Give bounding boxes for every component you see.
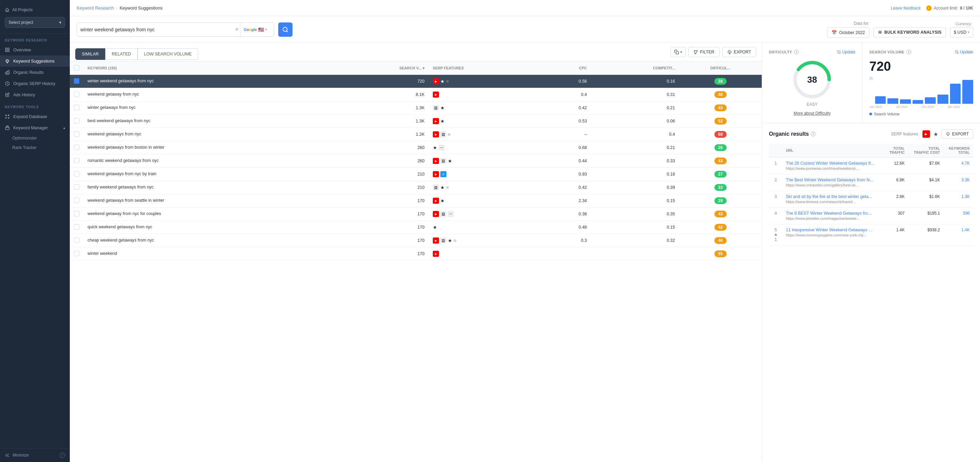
column-search-volume[interactable]: SEARCH V... ▾: [331, 62, 429, 75]
organic-keywords-cell[interactable]: 4.7K: [943, 157, 973, 174]
search-volume-cell: 210: [331, 168, 429, 181]
organic-info-icon[interactable]: i: [811, 132, 816, 137]
bar-item: [888, 76, 898, 104]
search-volume-cell: 170: [331, 247, 429, 260]
organic-url-title[interactable]: The 9 BEST Winter Weekend Getaways from …: [786, 211, 875, 216]
sidebar-item-organic-serp-history[interactable]: Organic SERP History: [0, 78, 70, 89]
select-all-checkbox-header[interactable]: [70, 62, 83, 75]
row-checkbox[interactable]: [70, 247, 83, 260]
column-difficulty[interactable]: DIFFICUL...: [679, 62, 762, 75]
organic-export-button[interactable]: EXPORT: [942, 129, 973, 139]
search-button[interactable]: [278, 22, 293, 37]
search-volume-cell: 1.3K: [331, 115, 429, 128]
row-checkbox[interactable]: [70, 154, 83, 168]
sidebar-item-ads-history[interactable]: Ads History: [0, 89, 70, 100]
table-row[interactable]: weekend getaways from nyc 1.2K ▶🖼≡ – 0.4…: [70, 128, 762, 141]
breadcrumb-root[interactable]: Keyword Research: [76, 5, 114, 11]
search-volume-info-icon[interactable]: i: [907, 50, 911, 54]
serp-features-cell: ★•••: [429, 141, 543, 154]
leave-feedback-link[interactable]: Leave feedback: [891, 6, 921, 11]
project-select[interactable]: Select project ▾: [5, 17, 65, 28]
sidebar-item-expand-database[interactable]: Expand Database: [0, 111, 70, 122]
column-cpc[interactable]: CPC: [543, 62, 591, 75]
copy-button[interactable]: ▾: [670, 47, 686, 57]
row-checkbox[interactable]: [70, 115, 83, 128]
sidebar-sub-item-optinmonster[interactable]: Optinmonster: [0, 133, 70, 143]
difficulty-info-icon[interactable]: i: [794, 50, 799, 54]
row-checkbox[interactable]: [70, 234, 83, 247]
table-row[interactable]: family weekend getaways from nyc 210 🖼★≡…: [70, 181, 762, 194]
difficulty-cell: 52: [679, 115, 762, 128]
row-checkbox[interactable]: [70, 194, 83, 208]
table-row[interactable]: winter weekend 170 ▶ 55: [70, 247, 762, 260]
table-row[interactable]: weekend getaways from boston in winter 2…: [70, 141, 762, 154]
search-volume-update-link[interactable]: Update: [955, 50, 973, 54]
search-engine-selector[interactable]: Google 🇺🇸 ▾: [240, 23, 270, 37]
table-row[interactable]: weekend getaway from nyc for couples 170…: [70, 208, 762, 221]
table-row[interactable]: winter weekend getaways from nyc 720 ▶★≡…: [70, 75, 762, 88]
table-row[interactable]: weekend getaway from nyc 8.1K ▶ 0.4 0.31…: [70, 88, 762, 102]
filter-button[interactable]: FILTER: [689, 47, 719, 57]
tab-similar[interactable]: SIMILAR: [75, 48, 105, 60]
difficulty-cell: 43: [679, 154, 762, 168]
date-selector-button[interactable]: 📅 October 2022: [827, 27, 869, 38]
bar-item: [913, 76, 923, 104]
refresh-icon: [837, 50, 841, 54]
keyword-cell: weekend getaways from nyc: [83, 128, 331, 141]
organic-keywords-cell[interactable]: 3.3K: [943, 174, 973, 191]
currency-selector[interactable]: $ USD ▾: [950, 27, 973, 37]
organic-keywords-cell[interactable]: 1.3K: [943, 191, 973, 208]
row-checkbox[interactable]: [70, 102, 83, 115]
tab-related[interactable]: RELATED: [105, 48, 138, 60]
table-row[interactable]: weekend getaways from seattle in winter …: [70, 194, 762, 208]
cpc-cell: 2.34: [543, 194, 591, 208]
tab-low-search-volume[interactable]: LOW SEARCH VOLUME: [138, 48, 198, 60]
row-checkbox[interactable]: [70, 221, 83, 234]
organic-url-title[interactable]: Ski and sit by the fire at the best wint…: [786, 194, 875, 199]
clear-search-button[interactable]: ✕: [234, 25, 240, 33]
minimize-button[interactable]: Minimize ?: [0, 448, 70, 462]
search-volume-cell: 170: [331, 194, 429, 208]
column-competition[interactable]: COMPETIT...: [591, 62, 679, 75]
row-checkbox[interactable]: [70, 128, 83, 141]
organic-url-title[interactable]: The 26 Coziest Winter Weekend Getaways f…: [786, 161, 875, 166]
export-button[interactable]: EXPORT: [722, 47, 756, 57]
organic-url-domain: https://www.jetsetter.com/magazine/weeke…: [786, 216, 875, 221]
sidebar-item-overview[interactable]: Overview: [0, 44, 70, 56]
table-row[interactable]: weekend getaways from nyc by train 210 ▶…: [70, 168, 762, 181]
star-serp-icon[interactable]: ★: [933, 131, 938, 137]
search-input[interactable]: [80, 27, 234, 32]
row-checkbox[interactable]: [70, 208, 83, 221]
table-row[interactable]: cheap weekend getaways from nyc 170 ▶🖼★≡…: [70, 234, 762, 247]
sidebar-sub-item-rank-tracker[interactable]: Rank Tracker: [0, 143, 70, 152]
left-panel: SIMILAR RELATED LOW SEARCH VOLUME ▾ FILT…: [70, 43, 762, 462]
organic-keywords-cell[interactable]: 590: [943, 208, 973, 224]
difficulty-update-link[interactable]: Update: [837, 50, 855, 54]
table-row[interactable]: romantic weekend getaways from nyc 260 ▶…: [70, 154, 762, 168]
serp-features-cell: ▶★≡: [429, 75, 543, 88]
column-keyword[interactable]: KEYWORD (192): [83, 62, 331, 75]
table-row[interactable]: quick weekend getaways from nyc 170 ★ 0.…: [70, 221, 762, 234]
sidebar-item-organic-results[interactable]: Organic Results: [0, 67, 70, 78]
row-checkbox[interactable]: [70, 141, 83, 154]
bulk-keyword-analysis-button[interactable]: BULK KEYWORD ANALYSIS: [873, 27, 946, 37]
table-row[interactable]: winter getaways from nyc 1.3K 🖼★ 0.42 0.…: [70, 102, 762, 115]
organic-traffic-cell: 2.6K: [884, 191, 908, 208]
all-projects-link[interactable]: All Projects: [5, 5, 65, 14]
more-about-difficulty-link[interactable]: More about Difficulty: [769, 111, 855, 116]
organic-traffic-cell: 6.8K: [884, 174, 908, 191]
row-checkbox[interactable]: [70, 75, 83, 88]
organic-url-title[interactable]: The Best Winter Weekend Getaways from N.…: [786, 178, 875, 183]
search-volume-cell: 210: [331, 181, 429, 194]
sidebar-item-keyword-manager[interactable]: Keyword Manager ▴: [0, 122, 70, 133]
table-row[interactable]: best weekend getaways from nyc 1.3K ▶★ 0…: [70, 115, 762, 128]
sidebar-item-keyword-suggestions[interactable]: Keyword Suggestions: [0, 56, 70, 67]
organic-keywords-cell[interactable]: 1.4K: [943, 224, 973, 246]
cpc-cell: 0.42: [543, 102, 591, 115]
row-checkbox[interactable]: [70, 168, 83, 181]
youtube-serp-icon[interactable]: ▶: [923, 130, 930, 138]
row-checkbox[interactable]: [70, 181, 83, 194]
row-checkbox[interactable]: [70, 88, 83, 102]
organic-url-title[interactable]: 11 Inexpensive Winter Weekend Getaways N…: [786, 228, 875, 232]
bulk-icon: [878, 30, 882, 34]
